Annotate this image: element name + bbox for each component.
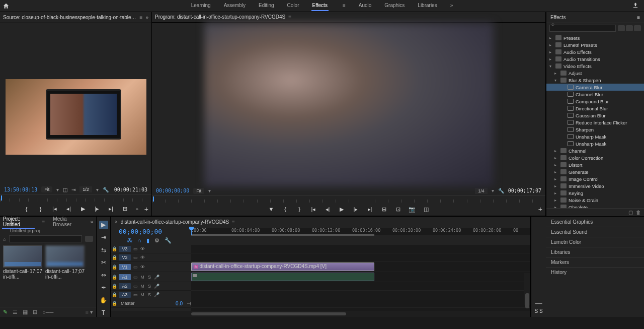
effects-menu-icon[interactable]: ≡ [637, 15, 640, 20]
panel-history[interactable]: History [546, 267, 644, 277]
effect-adjust[interactable]: ▸Adjust [546, 70, 644, 77]
src-goto-in[interactable]: |◂ [50, 205, 59, 214]
ws-editing[interactable]: Editing [258, 1, 275, 11]
source-step[interactable]: ⇥ [71, 187, 75, 192]
snap-icon[interactable]: ⁂ [127, 237, 132, 244]
prog-compare[interactable]: ◫ [422, 205, 431, 214]
track-a3-lane[interactable] [191, 291, 530, 299]
source-safe-margins[interactable]: ◫ [63, 187, 67, 192]
new-bin-button[interactable] [85, 236, 93, 242]
prog-step-fwd[interactable]: |▸ [351, 205, 360, 214]
effect-reduce-interlace-flicker[interactable]: Reduce Interlace Flicker [546, 119, 644, 126]
effect-audio-effects[interactable]: ▸Audio Effects [546, 48, 644, 55]
slip-tool[interactable]: ⇔ [99, 271, 108, 280]
prog-extract[interactable]: ⊡ [393, 205, 403, 214]
track-master[interactable]: 🔒Master0.0⊣ [111, 299, 191, 308]
effect-lumetri-presets[interactable]: ▸Lumetri Presets [546, 41, 644, 48]
proj-overflow[interactable]: » [89, 218, 94, 226]
pen-tool[interactable]: ✒ [99, 283, 108, 292]
32bit-badge[interactable] [626, 25, 633, 31]
ws-color[interactable]: Color [286, 1, 300, 11]
track-header-a1[interactable]: 🔒A1▭MS🎤 [111, 272, 191, 282]
track-select-tool[interactable]: ⇥ [99, 233, 108, 242]
tl-settings-icon[interactable]: ⚙ [154, 237, 159, 244]
ws-assembly[interactable]: Assembly [223, 1, 247, 11]
panel-libraries[interactable]: Libraries [546, 247, 644, 257]
ws-audio[interactable]: Audio [358, 1, 373, 11]
prog-lift[interactable]: ⊟ [379, 205, 388, 214]
effect-presets[interactable]: ▸Presets [546, 34, 644, 41]
prog-play[interactable]: ▶ [337, 205, 346, 214]
track-header-a3[interactable]: 🔒A3▭MS🎤 [111, 291, 191, 299]
home-icon[interactable] [0, 0, 12, 12]
program-settings-icon[interactable]: 🔧 [498, 188, 504, 193]
project-bins[interactable]: distant-call-in-offi...17;07 distant-cal… [0, 242, 96, 307]
new-bin-icon[interactable]: ▢ [628, 210, 633, 215]
source-overflow[interactable]: » [145, 15, 148, 20]
track-header-v3[interactable]: 🔒V3▭👁 [111, 245, 191, 253]
source-menu-icon[interactable]: ≡ [140, 15, 143, 20]
src-mark-out[interactable]: } [36, 205, 45, 214]
effect-compound-blur[interactable]: Compound Blur [546, 98, 644, 105]
prog-mark-out[interactable]: } [295, 205, 304, 214]
timeline-vscroll[interactable] [524, 273, 530, 305]
ws-graphics[interactable]: Graphics [383, 1, 406, 11]
ws-overflow-icon[interactable]: » [449, 1, 454, 11]
panel-lumetri-color[interactable]: Lumetri Color [546, 237, 644, 247]
effect-color-correction[interactable]: ▸Color Correction [546, 154, 644, 161]
effect-unsharp-mask[interactable]: Unsharp Mask [546, 140, 644, 147]
accel-badge[interactable] [618, 25, 625, 31]
timeline-timecode[interactable]: 00;00;00;00 [119, 228, 191, 235]
program-scrubber[interactable] [152, 195, 545, 203]
effect-channel[interactable]: ▸Channel [546, 147, 644, 154]
track-v3-lane[interactable] [191, 245, 530, 253]
prog-marker[interactable]: ▼ [267, 205, 276, 214]
effects-tree[interactable]: ▸Presets▸Lumetri Presets▸Audio Effects▸A… [546, 33, 644, 208]
source-timecode[interactable]: 13:50:08:13 [4, 187, 37, 192]
src-mark-in[interactable]: { [22, 205, 31, 214]
effect-camera-blur[interactable]: Camera Blur [546, 84, 644, 91]
effect-unsharp-mask[interactable]: Unsharp Mask [546, 133, 644, 140]
src-step-back[interactable]: ◂| [64, 205, 73, 214]
video-clip[interactable]: fxdistant-call-in-office-startup-company… [191, 262, 374, 271]
src-overflow[interactable]: » [136, 207, 138, 212]
src-insert[interactable]: ⊞ [121, 205, 130, 214]
ripple-tool[interactable]: ⇆ [99, 246, 108, 254]
hand-tool[interactable]: ✋ [99, 296, 108, 304]
effect-generate[interactable]: ▸Generate [546, 168, 644, 175]
timeline-hscroll[interactable] [111, 311, 530, 317]
linked-sel-icon[interactable]: ∩ [137, 237, 141, 244]
effect-gaussian-blur[interactable]: Gaussian Blur [546, 112, 644, 119]
timeline-ruler[interactable]: ;00;0000;00;04;0000;00;08;0000;00;12;000… [191, 228, 530, 235]
playhead[interactable] [191, 227, 192, 235]
prog-step-back[interactable]: ◂| [323, 205, 332, 214]
source-zoom[interactable]: Fit [41, 186, 52, 192]
effect-keying[interactable]: ▸Keying [546, 189, 644, 196]
track-header-v2[interactable]: 🔒V2▭👁 [111, 253, 191, 262]
prog-export-frame[interactable]: 📷 [408, 205, 417, 214]
program-monitor[interactable] [152, 23, 545, 186]
effect-sharpen[interactable]: Sharpen [546, 126, 644, 133]
panel-essential-graphics[interactable]: Essential Graphics [546, 217, 644, 227]
effect-directional-blur[interactable]: Directional Blur [546, 105, 644, 112]
src-add-button[interactable]: + [144, 205, 148, 213]
ws-menu-icon[interactable]: ≡ [342, 1, 347, 11]
ws-libraries[interactable]: Libraries [417, 1, 438, 11]
selection-tool[interactable]: ▶ [99, 221, 108, 229]
zoom-slider[interactable]: ○── [42, 309, 53, 315]
track-v2-lane[interactable] [191, 253, 530, 262]
track-header-a2[interactable]: 🔒A2▭MS🎤 [111, 282, 191, 291]
prog-goto-in[interactable]: |◂ [309, 205, 318, 214]
effect-immersive-video[interactable]: ▸Immersive Video [546, 182, 644, 189]
source-monitor[interactable] [0, 23, 151, 185]
marker-icon[interactable]: ▮ [146, 237, 149, 244]
panel-markers[interactable]: Markers [546, 257, 644, 267]
type-tool[interactable]: T [99, 308, 108, 317]
effect-video-effects[interactable]: ▾Video Effects [546, 62, 644, 70]
razor-tool[interactable]: ✂ [99, 258, 108, 267]
src-goto-out[interactable]: ▸| [107, 205, 116, 214]
effect-audio-transitions[interactable]: ▸Audio Transitions [546, 55, 644, 62]
prog-mark-in[interactable]: { [281, 205, 290, 214]
program-tab[interactable]: Program: distant-call-in-office-startup-… [155, 14, 285, 20]
src-step-fwd[interactable]: |▸ [93, 205, 102, 214]
